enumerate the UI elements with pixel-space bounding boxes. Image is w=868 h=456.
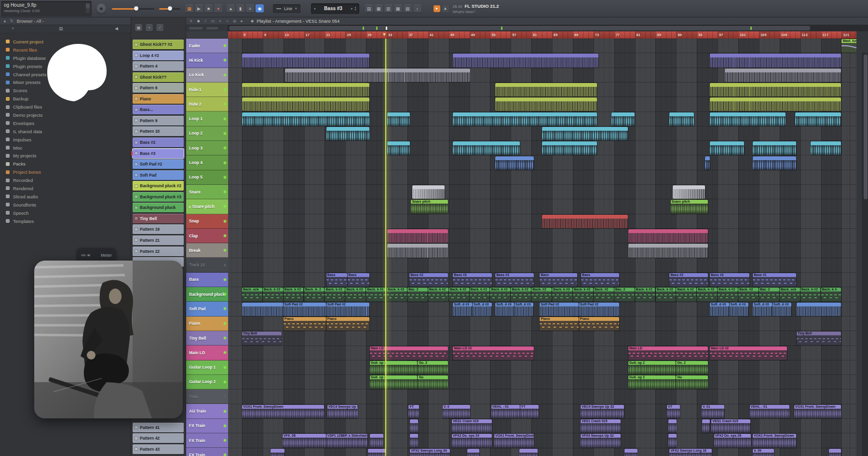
browser-item[interactable]: My projects xyxy=(0,152,131,160)
track-header[interactable]: Fader xyxy=(186,39,228,53)
track-header[interactable]: ▴Snare pitch xyxy=(186,199,228,214)
playlist-clip[interactable]: Soft Pad #2 xyxy=(579,303,620,316)
track-arm-dot[interactable] xyxy=(224,74,226,76)
playlist-clip[interactable]: Back. k #2 xyxy=(470,288,490,301)
track-arm-dot[interactable] xyxy=(224,278,226,281)
playlist-clip[interactable] xyxy=(242,97,369,111)
playlist-clip[interactable]: VFX2 Sweeps Long 34 xyxy=(410,449,450,456)
add-icon[interactable]: + xyxy=(12,26,14,31)
playlist-clip[interactable]: Back. k #2 xyxy=(325,288,345,301)
playlist-clip[interactable]: VOX1 Front. SweepDown xyxy=(794,405,841,418)
playlist-clip[interactable]: Soft. d #3 xyxy=(453,303,472,316)
playlist-clip[interactable]: Back. k #2 xyxy=(449,288,469,301)
playlist-clip[interactable]: Main LD xyxy=(370,346,448,360)
playlist-clip[interactable]: VES1 Crash 015 xyxy=(581,419,621,433)
pattern-item[interactable]: Background pluck #2 xyxy=(133,181,184,191)
playlist-clip[interactable] xyxy=(710,141,744,155)
playlist-clip[interactable] xyxy=(412,185,445,199)
playlist-clip[interactable]: Back. k #2 xyxy=(345,288,366,301)
playlist-clip[interactable] xyxy=(368,449,386,456)
track-header[interactable]: Break xyxy=(186,243,228,258)
playlist-clip[interactable]: VFX2 Sweeps Long 16 xyxy=(669,449,712,456)
playlist-clip[interactable]: VFX. 08 xyxy=(283,434,326,447)
playlist-clip[interactable]: Back. k #2 xyxy=(718,288,738,301)
metronome-icon[interactable]: ▲ xyxy=(227,4,235,13)
track-header[interactable]: Piano xyxy=(186,317,228,331)
playlist-clip[interactable]: VOX1 Front. SweepDown xyxy=(494,434,534,447)
playlist-clip[interactable]: Back. k #2 xyxy=(800,288,821,301)
autoplay-speaker-icon[interactable]: ◀ xyxy=(115,26,118,31)
browser-item[interactable]: Templates xyxy=(0,217,131,225)
playlist-clip[interactable]: Piano xyxy=(284,317,326,331)
playlist-clip[interactable]: Back. k #2 xyxy=(284,288,304,301)
playlist-clip[interactable]: Bass xyxy=(348,273,369,287)
playlist-clip[interactable] xyxy=(669,112,694,126)
playlist-clip[interactable]: Main LD #2 xyxy=(453,346,533,360)
pattern-item[interactable]: Piano xyxy=(133,94,184,104)
track-header[interactable]: Hi Kick xyxy=(186,53,228,68)
playlist-clip[interactable] xyxy=(725,69,841,82)
paint-tool-icon[interactable]: ▭ xyxy=(210,18,216,24)
playlist-clip[interactable] xyxy=(705,156,710,170)
playlist-clip[interactable] xyxy=(242,54,369,67)
pattern-song-toggle-icon[interactable]: ▦ xyxy=(185,4,193,13)
browser-item[interactable]: Rendered xyxy=(0,184,131,193)
record-button-icon[interactable]: ● xyxy=(214,4,222,13)
playlist-clip[interactable]: Bass #2 xyxy=(669,273,707,287)
track-arm-dot[interactable] xyxy=(224,176,226,179)
track-arm-dot[interactable] xyxy=(224,351,226,354)
playlist-clip[interactable]: YT xyxy=(520,405,539,418)
multilink-icon[interactable]: ◉ xyxy=(256,4,264,13)
playlist-clip[interactable] xyxy=(495,156,533,170)
history-icon[interactable]: ↻ xyxy=(10,19,14,23)
browser-item[interactable]: IL shared data xyxy=(0,127,131,136)
playlist-clip[interactable]: Guit. op 2 xyxy=(628,375,676,389)
browser-item[interactable]: Envelopes xyxy=(0,119,131,127)
browser-header[interactable]: ▲↻ Browser - All - xyxy=(0,17,131,25)
track-header[interactable]: Loop 3 xyxy=(186,141,228,155)
playlist-clip[interactable]: Main LD #2 xyxy=(710,346,787,360)
browser-item[interactable]: Sliced audio xyxy=(0,193,131,201)
playlist-clip[interactable] xyxy=(628,229,708,243)
playlist-clip[interactable] xyxy=(410,434,418,447)
zoom-tool-icon[interactable]: ◎ xyxy=(231,18,238,24)
track-header[interactable]: Loop 4 xyxy=(186,155,228,170)
playlist-clip[interactable]: Bass #2 xyxy=(409,273,448,287)
browser-item[interactable]: Impulses xyxy=(0,136,131,144)
playlist-clip[interactable]: Soft. d #3 xyxy=(710,303,729,316)
track-header[interactable]: FX Train xyxy=(186,448,228,456)
playlist-clip[interactable]: Piano xyxy=(540,317,579,331)
playlist-clip[interactable] xyxy=(668,434,677,447)
playlist-clip[interactable]: Soft. d #3 xyxy=(515,303,534,316)
browser-item[interactable]: Project bones xyxy=(0,168,131,176)
track-header[interactable]: Train xyxy=(186,389,228,404)
pattern-item[interactable]: Pattern 9 xyxy=(133,116,184,125)
track-arm-dot[interactable] xyxy=(224,118,226,120)
pattern-selector[interactable]: ◂ Bass #3 ▸ ▴▾ xyxy=(311,3,359,14)
playlist-clip[interactable]: Soft Pad #2 xyxy=(326,303,369,316)
playlist-clip[interactable] xyxy=(453,112,597,126)
pattern-item[interactable]: Pattern 22 xyxy=(133,247,184,256)
playlist-clip[interactable]: Soft. d #3 xyxy=(473,303,492,316)
master-pitch-slider[interactable] xyxy=(112,5,154,12)
fl-cloud-icon[interactable]: ● xyxy=(434,5,440,12)
playlist-clip[interactable] xyxy=(242,112,369,126)
playlist-clip[interactable] xyxy=(467,449,479,456)
pattern-item[interactable]: Soft Pad xyxy=(133,170,184,180)
playlist-clip[interactable]: Snare pitch xyxy=(671,200,708,213)
playlist-clip[interactable]: VES1 Crash 015 xyxy=(452,419,492,433)
playlist-clip[interactable]: VEH1. - 01 xyxy=(750,405,790,418)
minimap-visible-range[interactable] xyxy=(229,26,810,30)
mute-tool-icon[interactable]: ○ xyxy=(224,18,231,24)
pattern-item[interactable]: Background pluck xyxy=(133,203,184,212)
wait-input-icon[interactable]: ▮ xyxy=(236,4,244,13)
pattern-draw-icon[interactable]: ∕ xyxy=(156,24,163,31)
playlist-clip[interactable] xyxy=(387,244,448,257)
playlist-clip[interactable]: Back. k #2 xyxy=(656,288,676,301)
playlist-clip[interactable]: VSP1 128BP. s Sidechain xyxy=(326,434,368,447)
pattern-item[interactable]: Pattern 43 xyxy=(133,444,184,454)
playlist-clip[interactable]: Back. k #2 xyxy=(635,288,655,301)
track-header[interactable]: Snap xyxy=(186,214,228,229)
playlist-clip[interactable]: VFX2 Do. eps 26 xyxy=(714,434,751,447)
playback-tool-icon[interactable]: ▸ xyxy=(239,18,245,24)
